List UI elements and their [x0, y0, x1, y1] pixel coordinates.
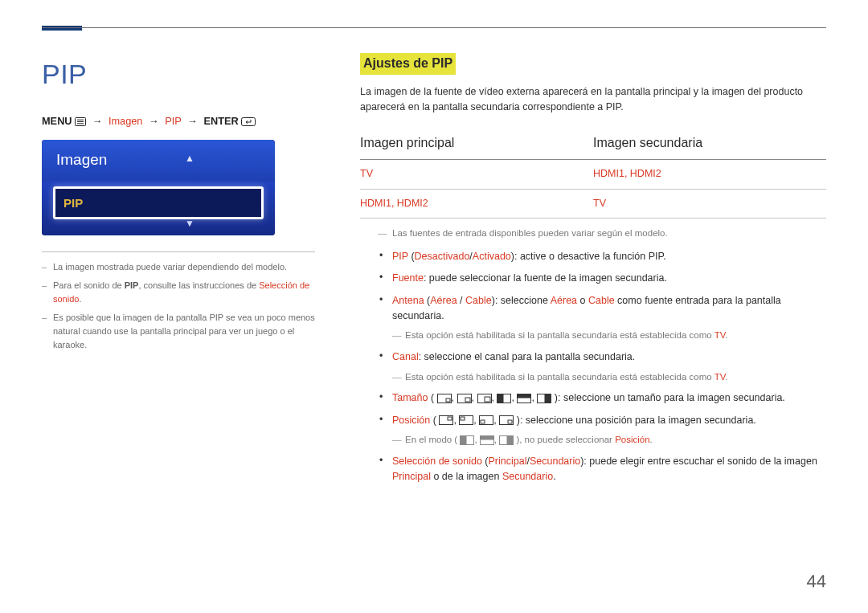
source-table: Imagen principal Imagen secundaria TV HD…: [360, 130, 826, 219]
page-number: 44: [807, 568, 826, 595]
size-option-icon: [437, 394, 452, 403]
size-option-icon: [499, 435, 514, 445]
svg-rect-10: [485, 397, 490, 402]
breadcrumb-arrow: →: [92, 115, 103, 127]
canal-tv-note: Esta opción está habilitada si la pantal…: [360, 370, 826, 385]
position-option-icon: [439, 415, 453, 425]
osd-header: Imagen ▲: [42, 140, 275, 181]
left-notes: La imagen mostrada puede variar dependie…: [42, 260, 315, 352]
antena-tv-note: Esta opción está habilitada si la pantal…: [360, 329, 826, 343]
size-option-icon: [460, 435, 474, 445]
menu-icon: [75, 117, 86, 126]
breadcrumb-arrow: →: [149, 115, 159, 127]
setting-seleccion-sonido: Selección de sonido (Principal/Secundari…: [360, 451, 826, 488]
size-option-icon: [477, 394, 492, 403]
left-note-3: Es posible que la imagen de la pantalla …: [42, 311, 315, 352]
breadcrumb-imagen: Imagen: [108, 115, 143, 127]
svg-rect-22: [481, 420, 485, 423]
size-option-icon: [480, 435, 494, 445]
table-cell: TV: [593, 189, 826, 218]
table-cell: HDMI1, HDMI2: [593, 160, 826, 189]
svg-rect-26: [461, 436, 467, 444]
position-option-icon: [479, 415, 493, 425]
position-option-icon: [499, 415, 514, 425]
size-option-icon: [497, 394, 511, 403]
breadcrumb-menu-label: MENU: [42, 115, 72, 127]
setting-canal: Canal: seleccione el canal para la panta…: [360, 346, 826, 368]
osd-row: PIP ▼: [42, 182, 275, 235]
page-title: PIP: [42, 53, 315, 96]
settings-list: PIP (Desactivado/Activado): active o des…: [360, 246, 826, 328]
settings-list: Tamaño ( , , , , , ): seleccione un tama…: [360, 387, 826, 431]
size-option-icon: [537, 394, 551, 403]
page-top-rule: [42, 27, 826, 29]
setting-pip: PIP (Desactivado/Activado): active o des…: [360, 246, 826, 268]
chevron-down-icon[interactable]: ▼: [185, 216, 194, 231]
settings-list: Canal: seleccione el canal para la panta…: [360, 346, 826, 368]
breadcrumb-arrow: →: [187, 115, 198, 127]
sources-vary-note: Las fuentes de entrada disponibles puede…: [360, 227, 826, 241]
svg-rect-18: [448, 417, 452, 420]
svg-rect-6: [446, 398, 450, 402]
breadcrumb-enter-label: ENTER: [203, 115, 238, 127]
osd-title: Imagen: [56, 151, 107, 168]
svg-rect-14: [518, 394, 530, 398]
svg-rect-8: [465, 398, 470, 402]
breadcrumb: MENU → Imagen → PIP → ENTER: [42, 113, 315, 129]
chevron-up-icon[interactable]: ▲: [185, 151, 194, 166]
table-header-main: Imagen principal: [360, 130, 593, 160]
settings-list: Selección de sonido (Principal/Secundari…: [360, 451, 826, 488]
setting-fuente: Fuente: puede seleccionar la fuente de l…: [360, 268, 826, 289]
table-header-secondary: Imagen secundaria: [593, 130, 826, 160]
size-option-icon: [457, 394, 472, 403]
accent-bar: [42, 26, 82, 31]
setting-posicion: Posición ( , , , ): seleccione una posic…: [360, 410, 826, 431]
breadcrumb-pip: PIP: [165, 115, 181, 127]
svg-rect-20: [461, 417, 465, 420]
left-note-1: La imagen mostrada puede variar dependie…: [42, 260, 315, 274]
left-note-2: Para el sonido de PIP, consulte las inst…: [42, 279, 315, 306]
osd-selected-item[interactable]: PIP: [53, 186, 264, 219]
table-cell: TV: [360, 160, 593, 189]
table-row: TV HDMI1, HDMI2: [360, 160, 826, 189]
svg-rect-24: [508, 420, 512, 423]
osd-panel: Imagen ▲ PIP ▼: [42, 140, 275, 235]
setting-antena: Antena (Aérea / Cable): seleccione Aérea…: [360, 290, 826, 328]
left-divider: [42, 251, 315, 252]
svg-rect-12: [497, 394, 504, 403]
section-intro: La imagen de la fuente de vídeo externa …: [360, 84, 826, 116]
table-cell: HDMI1, HDMI2: [360, 189, 593, 218]
svg-rect-30: [507, 436, 514, 444]
svg-rect-28: [481, 436, 493, 440]
table-row: HDMI1, HDMI2 TV: [360, 189, 826, 218]
top-divider: [42, 27, 826, 28]
enter-icon: [241, 117, 256, 126]
section-heading: Ajustes de PIP: [360, 53, 456, 75]
svg-rect-16: [545, 394, 551, 403]
posicion-mode-note: En el modo ( , , ), no puede seleccionar…: [360, 433, 826, 447]
size-option-icon: [517, 394, 531, 403]
position-option-icon: [459, 415, 473, 425]
setting-tamano: Tamaño ( , , , , , ): seleccione un tama…: [360, 387, 826, 409]
